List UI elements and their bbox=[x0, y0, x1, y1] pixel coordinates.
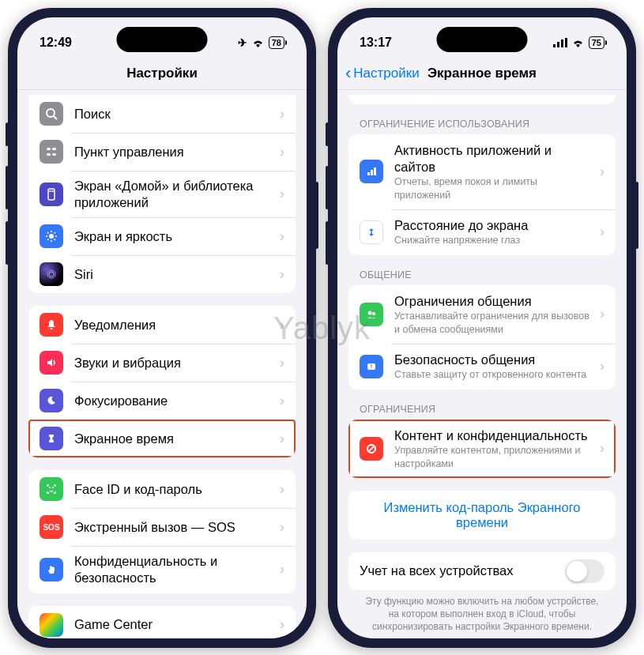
svg-line-1 bbox=[54, 116, 57, 119]
svg-rect-6 bbox=[48, 189, 55, 200]
row-label: Фокусирование bbox=[74, 393, 273, 409]
svg-rect-20 bbox=[51, 328, 53, 329]
svg-point-21 bbox=[49, 487, 51, 488]
chevron-right-icon: › bbox=[600, 164, 604, 180]
cellular-icon bbox=[553, 38, 567, 47]
row-share-devices[interactable]: Учет на всех устройствах bbox=[348, 552, 616, 590]
row-search[interactable]: Поиск › bbox=[28, 95, 296, 133]
svg-rect-4 bbox=[47, 153, 51, 156]
section-header-restrictions: ОГРАНИЧЕНИЯ bbox=[348, 390, 616, 420]
group-restrictions: Контент и конфиденциальность Управляйте … bbox=[348, 420, 616, 478]
battery-icon: 75 bbox=[589, 36, 604, 49]
svg-point-35 bbox=[372, 312, 375, 315]
distance-icon bbox=[360, 220, 383, 244]
battery-icon: 78 bbox=[269, 36, 284, 49]
row-control-center[interactable]: Пункт управления › bbox=[28, 133, 296, 171]
svg-line-14 bbox=[47, 232, 49, 234]
row-label: Экран «Домой» и библиотека приложений bbox=[74, 178, 273, 210]
sound-icon bbox=[40, 351, 63, 375]
back-button[interactable]: ‹ Настройки bbox=[345, 63, 420, 84]
settings-group-1: Поиск › Пункт управления › bbox=[28, 95, 296, 293]
dynamic-island bbox=[437, 27, 528, 52]
row-screen-time[interactable]: Экранное время › bbox=[28, 420, 296, 457]
moon-icon bbox=[40, 389, 63, 412]
hourglass-icon bbox=[40, 427, 63, 450]
row-focus[interactable]: Фокусирование › bbox=[28, 382, 296, 420]
row-sublabel: Снижайте напряжение глаз bbox=[394, 234, 593, 247]
siri-icon bbox=[40, 262, 63, 286]
svg-point-34 bbox=[368, 311, 372, 314]
back-label: Настройки bbox=[353, 66, 419, 81]
row-privacy-security[interactable]: Конфиденциальность и безопасность › bbox=[28, 546, 296, 593]
row-label: Game Center bbox=[74, 616, 273, 633]
chart-icon bbox=[360, 160, 383, 183]
row-communication-safety[interactable]: ! Безопасность общения Ставьте защиту от… bbox=[348, 344, 616, 390]
row-label: Звуки и вибрация bbox=[74, 355, 273, 371]
status-time: 12:49 bbox=[40, 36, 72, 50]
section-header-usage: ОГРАНИЧЕНИЕ ИСПОЛЬЗОВАНИЯ bbox=[348, 104, 616, 134]
svg-rect-32 bbox=[374, 168, 376, 175]
wifi-icon bbox=[571, 38, 585, 48]
row-display-brightness[interactable]: Экран и яркость › bbox=[28, 217, 296, 255]
footer-text: Эту функцию можно включить на любом устр… bbox=[348, 590, 616, 638]
row-sublabel: Устанавливайте ограничения для вызовов и… bbox=[394, 310, 593, 336]
svg-point-22 bbox=[52, 487, 54, 488]
row-label: Контент и конфиденциальность bbox=[394, 427, 593, 444]
game-center-icon bbox=[40, 613, 63, 637]
row-label: Уведомления bbox=[74, 317, 273, 333]
svg-text:!: ! bbox=[371, 363, 372, 369]
svg-rect-7 bbox=[50, 190, 51, 192]
search-icon bbox=[40, 102, 63, 126]
row-home-screen[interactable]: Экран «Домой» и библиотека приложений › bbox=[28, 171, 296, 217]
dynamic-island bbox=[117, 27, 208, 52]
chevron-right-icon: › bbox=[280, 355, 284, 371]
row-label: Пункт управления bbox=[74, 144, 273, 160]
row-sublabel: Отчеты, время покоя и лимиты приложений bbox=[394, 175, 593, 201]
settings-group-4: Game Center › iCloud › Wal bbox=[28, 606, 296, 639]
phone-left: 12:49 ✈ 78 Настройки Поиск › bbox=[8, 8, 316, 648]
row-label: Face ID и код-пароль bbox=[74, 481, 273, 498]
chevron-right-icon: › bbox=[280, 106, 284, 122]
group-share-devices: Учет на всех устройствах bbox=[348, 552, 616, 590]
row-face-id[interactable]: Face ID и код-пароль › bbox=[28, 470, 296, 508]
home-screen-icon bbox=[40, 183, 63, 206]
status-time: 13:17 bbox=[360, 36, 392, 50]
group-usage: Активность приложений и сайтов Отчеты, в… bbox=[348, 134, 616, 255]
safety-icon: ! bbox=[360, 355, 383, 378]
chevron-left-icon: ‹ bbox=[345, 63, 351, 84]
row-game-center[interactable]: Game Center › bbox=[28, 606, 296, 639]
row-communication-limits[interactable]: Ограничения общения Устанавливайте огран… bbox=[348, 285, 616, 344]
airplane-icon: ✈ bbox=[238, 36, 247, 49]
row-sos[interactable]: SOS Экстренный вызов — SOS › bbox=[28, 508, 296, 546]
svg-point-9 bbox=[49, 234, 54, 239]
row-siri[interactable]: Siri › bbox=[28, 255, 296, 293]
row-sublabel: Ставьте защиту от откровенного контента bbox=[394, 368, 593, 381]
row-label: Активность приложений и сайтов bbox=[394, 142, 593, 175]
svg-line-16 bbox=[47, 239, 49, 241]
restrict-icon bbox=[360, 437, 383, 461]
toggle-share-devices[interactable] bbox=[565, 559, 604, 583]
row-label: Конфиденциальность и безопасность bbox=[74, 553, 273, 585]
row-label: Экран и яркость bbox=[74, 228, 273, 245]
row-app-activity[interactable]: Активность приложений и сайтов Отчеты, в… bbox=[348, 134, 616, 209]
chevron-right-icon: › bbox=[600, 358, 604, 375]
svg-point-0 bbox=[47, 109, 55, 117]
chevron-right-icon: › bbox=[280, 186, 284, 202]
wifi-icon bbox=[251, 38, 265, 48]
row-label: Поиск bbox=[74, 106, 273, 122]
page-title: Настройки bbox=[126, 66, 198, 81]
row-content-privacy[interactable]: Контент и конфиденциальность Управляйте … bbox=[348, 420, 616, 478]
sos-icon: SOS bbox=[40, 515, 63, 539]
row-notifications[interactable]: Уведомления › bbox=[28, 306, 296, 344]
row-label: Расстояние до экрана bbox=[394, 217, 593, 234]
chevron-right-icon: › bbox=[600, 440, 604, 457]
row-label: Ограничения общения bbox=[394, 293, 593, 310]
chevron-right-icon: › bbox=[280, 481, 284, 498]
row-sounds[interactable]: Звуки и вибрация › bbox=[28, 344, 296, 382]
svg-rect-2 bbox=[47, 148, 51, 150]
svg-rect-30 bbox=[367, 172, 370, 175]
chevron-right-icon: › bbox=[280, 431, 284, 447]
nav-header: ‹ Настройки Экранное время bbox=[337, 57, 627, 90]
change-passcode-button[interactable]: Изменить код-пароль Экранного времени bbox=[348, 491, 616, 540]
row-screen-distance[interactable]: Расстояние до экрана Снижайте напряжение… bbox=[348, 209, 616, 255]
